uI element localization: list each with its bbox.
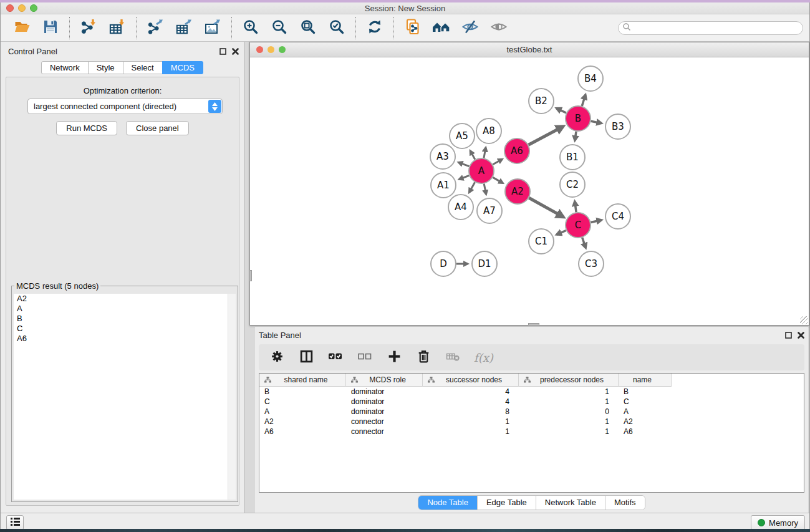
table-cell[interactable]: dominator	[346, 387, 423, 396]
tab-style[interactable]: Style	[88, 61, 123, 74]
deselect-all-checkboxes-button[interactable]	[357, 349, 373, 365]
table-cell[interactable]: dominator	[346, 407, 423, 416]
column-header-shared-name[interactable]: shared name	[259, 374, 346, 387]
table-cell[interactable]: 4	[423, 387, 519, 396]
close-panel-button[interactable]: Close panel	[126, 121, 189, 135]
new-network-from-selection-button[interactable]	[403, 19, 422, 37]
edge-B-B4[interactable]	[582, 95, 586, 106]
network-canvas[interactable]: B4B2BB3A8A5A6A3B1AC2A1A2A4A7C4CC1C3DD1	[250, 57, 809, 325]
close-panel-icon[interactable]	[232, 46, 239, 57]
edge-A-A7[interactable]	[484, 184, 486, 195]
table-cell[interactable]: 1	[423, 417, 519, 426]
edge-A-A6[interactable]	[493, 159, 502, 165]
tab-mcds[interactable]: MCDS	[162, 61, 203, 74]
zoom-fit-button[interactable]	[299, 19, 317, 37]
import-network-button[interactable]	[79, 19, 98, 37]
table-cell[interactable]: C	[619, 397, 672, 406]
tab-motifs[interactable]: Motifs	[605, 496, 645, 510]
first-neighbors-button[interactable]	[432, 19, 451, 37]
edge-C-C3[interactable]	[582, 238, 586, 248]
window-resize-grip[interactable]	[800, 316, 808, 324]
table-cell[interactable]: 1	[519, 427, 619, 436]
criterion-select[interactable]: largest connected component (directed)	[27, 99, 223, 114]
float-table-panel-icon[interactable]	[785, 330, 792, 341]
table-cell[interactable]: A	[619, 407, 672, 416]
edge-A-A2[interactable]	[493, 177, 503, 183]
edge-B-B3[interactable]	[591, 121, 602, 123]
table-cell[interactable]: B	[259, 387, 346, 396]
edge-A2-C[interactable]	[529, 198, 563, 217]
run-mcds-button[interactable]: Run MCDS	[56, 121, 117, 135]
edge-B-B1[interactable]	[575, 132, 576, 141]
edge-A-A5[interactable]	[470, 151, 475, 160]
table-cell[interactable]: 8	[423, 407, 519, 416]
task-history-button[interactable]	[6, 515, 24, 530]
table-cell[interactable]: 0	[519, 407, 619, 416]
edge-C-C2[interactable]	[575, 201, 576, 213]
tab-select[interactable]: Select	[123, 61, 163, 74]
mcds-result-list[interactable]: A2ABCA6	[14, 294, 236, 500]
table-cell[interactable]: dominator	[346, 397, 423, 406]
show-graphics-details-button[interactable]	[489, 19, 508, 37]
table-cell[interactable]: A2	[619, 417, 672, 426]
table-row[interactable]: A6connector11A6	[259, 427, 804, 437]
open-session-button[interactable]	[12, 19, 31, 37]
edge-A6-B[interactable]	[529, 127, 564, 145]
table-cell[interactable]: 4	[423, 397, 519, 406]
table-cell[interactable]: A	[259, 407, 346, 416]
edge-A-A3[interactable]	[458, 162, 469, 166]
table-cell[interactable]: A6	[619, 427, 672, 436]
export-table-button[interactable]	[175, 19, 193, 37]
edge-A-A8[interactable]	[484, 148, 486, 158]
hide-graphics-details-button[interactable]	[461, 19, 480, 37]
add-row-button[interactable]	[386, 349, 402, 365]
result-scrollbar[interactable]	[228, 294, 236, 500]
table-settings-button[interactable]	[269, 349, 285, 365]
table-row[interactable]: Adominator80A	[259, 407, 804, 417]
edge-B-B2[interactable]	[556, 109, 566, 113]
result-item[interactable]: A	[14, 304, 236, 314]
select-stepper-icon[interactable]	[208, 100, 221, 113]
table-cell[interactable]: A6	[259, 427, 346, 436]
table-cell[interactable]: A2	[259, 417, 346, 426]
edge-A-A4[interactable]	[469, 182, 475, 192]
zoom-in-button[interactable]	[241, 19, 260, 37]
column-header-successor-nodes[interactable]: successor nodes	[423, 374, 519, 387]
table-cell[interactable]: C	[259, 397, 346, 406]
delete-row-button[interactable]	[415, 349, 432, 365]
column-header-MCDS-role[interactable]: MCDS role	[346, 374, 423, 387]
table-cell[interactable]: B	[619, 387, 672, 396]
tab-node-table[interactable]: Node Table	[418, 496, 478, 510]
column-header-name[interactable]: name	[619, 374, 672, 387]
zoom-selected-button[interactable]	[327, 19, 346, 37]
export-image-button[interactable]	[203, 19, 222, 37]
search-input[interactable]	[631, 22, 803, 34]
result-item[interactable]: A6	[14, 334, 236, 344]
window-left-grip[interactable]	[249, 270, 252, 281]
select-all-checkboxes-button[interactable]	[327, 349, 344, 365]
table-cell[interactable]: connector	[346, 417, 423, 426]
function-builder-button[interactable]: f(x)	[474, 349, 493, 365]
table-cell[interactable]: 1	[519, 417, 619, 426]
edge-C-C4[interactable]	[591, 220, 602, 223]
table-cell[interactable]: 1	[519, 387, 619, 396]
table-row[interactable]: Cdominator41C	[259, 397, 804, 407]
memory-button[interactable]: Memory	[751, 515, 805, 530]
column-header-predecessor-nodes[interactable]: predecessor nodes	[519, 374, 619, 387]
search-box[interactable]	[618, 21, 803, 35]
tab-edge-table[interactable]: Edge Table	[478, 496, 536, 510]
table-row[interactable]: A2connector11A2	[259, 417, 804, 427]
result-item[interactable]: A2	[14, 294, 236, 304]
tab-network[interactable]: Network	[41, 61, 89, 74]
delete-table-button[interactable]	[445, 349, 461, 365]
zoom-out-button[interactable]	[270, 19, 289, 37]
result-item[interactable]: B	[14, 314, 236, 324]
edge-C-C1[interactable]	[557, 231, 566, 235]
table-row[interactable]: Bdominator41B	[259, 387, 804, 397]
refresh-button[interactable]	[365, 19, 384, 37]
table-cell[interactable]: 1	[519, 397, 619, 406]
show-column-panel-button[interactable]	[298, 349, 314, 365]
edge-A-A1[interactable]	[459, 175, 469, 179]
import-table-button[interactable]	[108, 19, 127, 37]
float-panel-icon[interactable]	[219, 46, 226, 57]
